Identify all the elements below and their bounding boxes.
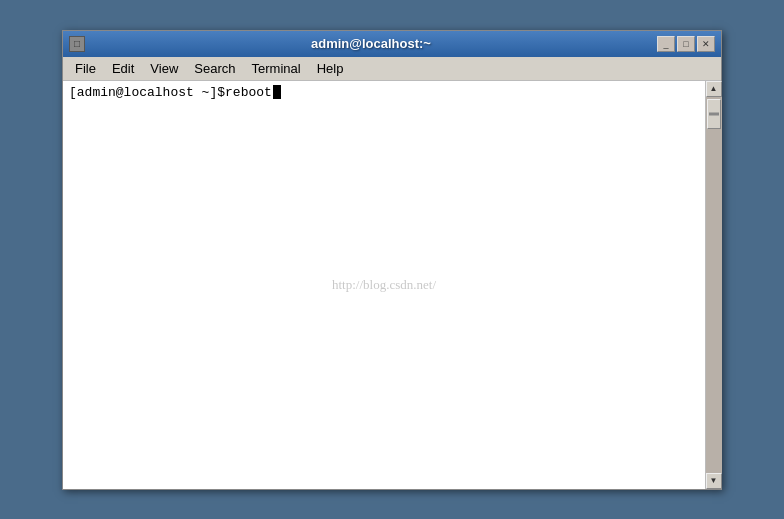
cursor	[273, 85, 281, 99]
scroll-up-button[interactable]: ▲	[706, 81, 722, 97]
scrollbar-thumb[interactable]	[707, 99, 721, 129]
scrollbar-track[interactable]	[706, 97, 722, 473]
scrollbar-grip	[709, 112, 719, 115]
watermark: http://blog.csdn.net/	[332, 277, 436, 293]
prompt-line: [admin@localhost ~]$ reboot	[69, 85, 699, 100]
titlebar-buttons: _ □ ✕	[657, 36, 715, 52]
menu-file[interactable]: File	[67, 57, 104, 80]
terminal-window: □ admin@localhost:~ _ □ ✕ File Edit View…	[62, 30, 722, 490]
scroll-down-button[interactable]: ▼	[706, 473, 722, 489]
menu-terminal[interactable]: Terminal	[244, 57, 309, 80]
command-text: reboot	[225, 85, 272, 100]
window-title: admin@localhost:~	[85, 36, 657, 51]
menu-search[interactable]: Search	[186, 57, 243, 80]
restore-button[interactable]: □	[677, 36, 695, 52]
terminal-container: [admin@localhost ~]$ reboot http://blog.…	[63, 81, 721, 489]
terminal-content[interactable]: [admin@localhost ~]$ reboot http://blog.…	[63, 81, 705, 489]
titlebar: □ admin@localhost:~ _ □ ✕	[63, 31, 721, 57]
prompt-text: [admin@localhost ~]$	[69, 85, 225, 100]
menu-edit[interactable]: Edit	[104, 57, 142, 80]
close-button[interactable]: ✕	[697, 36, 715, 52]
menu-view[interactable]: View	[142, 57, 186, 80]
menu-help[interactable]: Help	[309, 57, 352, 80]
minimize-button[interactable]: _	[657, 36, 675, 52]
window-icon: □	[69, 36, 85, 52]
menubar: File Edit View Search Terminal Help	[63, 57, 721, 81]
scrollbar-vertical: ▲ ▼	[705, 81, 721, 489]
